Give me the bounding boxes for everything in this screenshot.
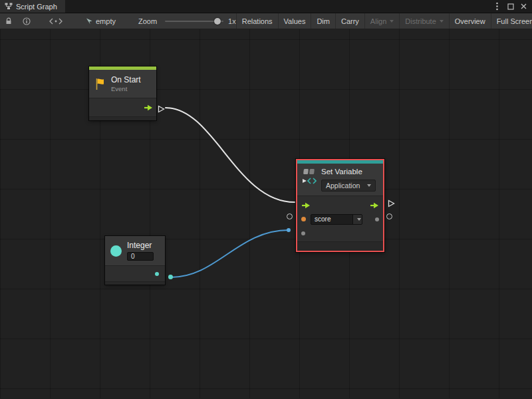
overview-button[interactable]: Overview (449, 13, 491, 29)
integer-header: Integer 0 (105, 236, 165, 265)
node-footer (297, 241, 383, 251)
info-icon[interactable] (20, 13, 33, 29)
integer-type-icon (110, 245, 122, 257)
carry-button[interactable]: Carry (335, 13, 364, 29)
lock-icon[interactable] (3, 13, 15, 29)
onstart-flow-out-connector-icon[interactable] (158, 104, 165, 116)
integer-port-row (105, 265, 165, 281)
relations-button[interactable]: Relations (236, 13, 278, 29)
value-out-port[interactable] (375, 217, 379, 221)
node-title: On Start (111, 76, 141, 84)
on-start-texts: On Start Event (111, 76, 141, 92)
integer-out-port[interactable] (155, 272, 159, 276)
on-start-port-row (89, 98, 156, 116)
setvariable-wire-end-dot[interactable] (287, 228, 291, 232)
flag-icon (94, 78, 106, 90)
on-start-header: On Start Event (89, 70, 156, 98)
chevron-down-icon (390, 20, 394, 23)
graph-canvas[interactable]: On Start Event (0, 29, 532, 398)
code-toggle-icon[interactable] (47, 13, 65, 29)
maximize-icon[interactable] (505, 1, 515, 11)
graph-breadcrumb[interactable]: empty (85, 17, 116, 25)
variable-scope-value: Application (326, 182, 360, 190)
flow-out-port[interactable] (144, 104, 153, 111)
set-variable-header: Set Variable Application (297, 164, 383, 196)
integer-texts: Integer 0 (127, 241, 154, 261)
setvariable-right-port-circle[interactable] (386, 213, 392, 219)
value-in-port[interactable] (301, 231, 305, 235)
chevron-down-icon (367, 184, 371, 187)
node-subtitle: Event (111, 85, 141, 92)
zoom-value: 1x (228, 17, 236, 25)
dim-button[interactable]: Dim (311, 13, 335, 29)
name-port-row: score (297, 212, 383, 226)
node-footer (89, 116, 156, 120)
pointer-icon (85, 17, 93, 25)
flow-wire-onstart-to-setvariable[interactable] (166, 108, 295, 202)
variables-icon (303, 168, 315, 175)
integer-wire-start-dot[interactable] (168, 275, 173, 279)
window-controls (492, 0, 532, 13)
node-set-variable[interactable]: Set Variable Application (296, 159, 384, 252)
value-wire-integer-to-setvariable[interactable] (171, 230, 289, 277)
tab-script-graph[interactable]: Script Graph (0, 0, 65, 13)
tab-title: Script Graph (16, 3, 57, 11)
code-brackets-icon (302, 178, 317, 184)
node-integer[interactable]: Integer 0 (105, 236, 165, 285)
distribute-button[interactable]: Distribute (399, 13, 448, 29)
zoom-slider[interactable] (165, 18, 223, 25)
node-title: Integer (127, 241, 154, 250)
node-title: Set Variable (321, 168, 379, 176)
value-port-row (297, 226, 383, 240)
flow-port-row (297, 198, 383, 212)
zoom-control: Zoom 1x (138, 17, 236, 25)
chevron-down-icon (440, 20, 444, 23)
flow-in-port[interactable] (301, 202, 311, 209)
variable-name-value: score (311, 215, 352, 224)
graph-name: empty (96, 17, 116, 25)
variable-scope-dropdown[interactable]: Application (321, 180, 376, 192)
values-button[interactable]: Values (278, 13, 311, 29)
full-screen-button[interactable]: Full Screen (491, 13, 532, 29)
wires-layer (0, 29, 532, 398)
variable-name-dropdown[interactable]: score (311, 214, 362, 225)
dropdown-caret (352, 215, 362, 224)
chevron-down-icon (357, 218, 361, 221)
node-on-start[interactable]: On Start Event (89, 66, 156, 120)
toolbar-buttons: Relations Values Dim Carry Align Distrib… (236, 13, 532, 29)
align-button[interactable]: Align (364, 13, 399, 29)
set-variable-ports: score (297, 196, 383, 241)
titlebar: Script Graph (0, 0, 532, 13)
node-footer (105, 281, 165, 285)
graph-icon (5, 3, 13, 10)
zoom-label: Zoom (138, 17, 157, 25)
integer-value-field[interactable]: 0 (127, 252, 154, 261)
script-graph-window: Script Graph (0, 0, 532, 398)
close-icon[interactable] (519, 1, 529, 11)
flow-out-port[interactable] (370, 202, 379, 209)
setvariable-left-port-circle[interactable] (287, 213, 293, 219)
name-in-port[interactable] (301, 217, 306, 221)
menu-icon[interactable] (492, 1, 502, 11)
set-variable-main: Set Variable Application (321, 167, 379, 192)
zoom-slider-knob[interactable] (214, 18, 221, 25)
setvariable-flow-out-connector-icon[interactable] (388, 198, 395, 210)
graph-toolbar: empty Zoom 1x Relations Values Dim Carry… (0, 13, 532, 29)
set-variable-icons (301, 167, 317, 192)
